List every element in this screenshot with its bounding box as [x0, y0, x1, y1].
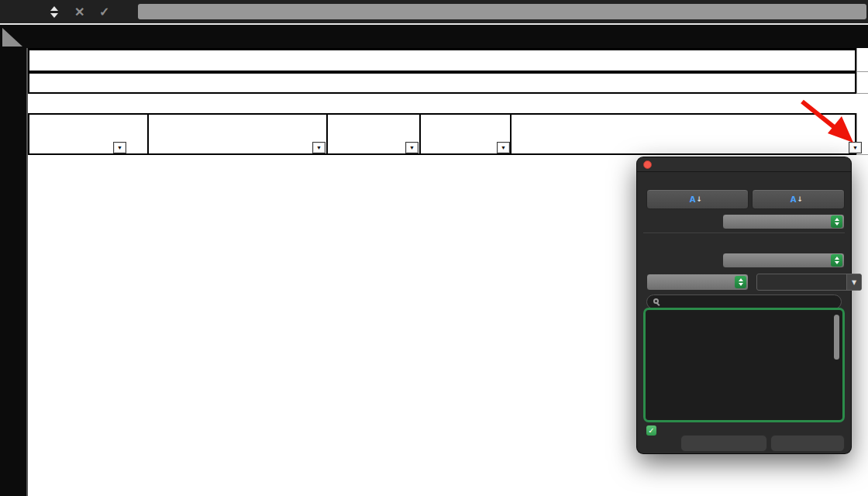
filter-button-district[interactable]: ▼: [497, 142, 510, 153]
filter-button-area[interactable]: ▼: [405, 142, 418, 153]
formula-toolbar: ✕ ✓: [0, 0, 868, 23]
confirm-entry-icon[interactable]: ✓: [99, 0, 109, 23]
select-all-corner[interactable]: [0, 26, 26, 48]
filter-value-list: [643, 308, 845, 422]
spreadsheet-app: ✕ ✓ ▼ ▼ ▼ ▼ ▼: [0, 0, 868, 496]
formula-input[interactable]: [138, 4, 866, 19]
banner-row-1[interactable]: [28, 48, 856, 72]
column-header-bar: [0, 23, 868, 48]
filter-popup: A↓ A↓ ▼: [637, 157, 851, 453]
header-cell-subcategory[interactable]: [510, 113, 856, 155]
filter-button-fio[interactable]: ▼: [113, 142, 126, 153]
filter-button-date[interactable]: ▼: [312, 142, 326, 153]
filter-button-subcategory[interactable]: ▼: [849, 142, 862, 153]
chevron-up-down-icon: [831, 215, 842, 228]
condition-select-dropdown[interactable]: [646, 274, 749, 291]
popup-title-bar[interactable]: [637, 157, 851, 172]
clear-filter-button[interactable]: [770, 435, 845, 452]
close-icon[interactable]: [643, 160, 652, 169]
row-number-column: [0, 48, 28, 496]
cell-g2[interactable]: [856, 72, 868, 94]
list-scrollbar[interactable]: [834, 315, 839, 360]
banner-row-2[interactable]: [28, 72, 856, 94]
apply-filter-button[interactable]: [680, 435, 767, 452]
popup-divider: [643, 232, 845, 233]
sort-ascending-button[interactable]: A↓: [646, 189, 749, 209]
sort-descending-button[interactable]: A↓: [752, 189, 845, 209]
cell-stepper[interactable]: [48, 3, 60, 20]
step-up-icon: [50, 6, 58, 11]
filter-by-color-dropdown[interactable]: [722, 253, 845, 268]
header-cell-date[interactable]: [147, 113, 328, 155]
step-down-icon: [50, 13, 58, 18]
sort-desc-icon: A↓: [790, 195, 803, 204]
cell-g1[interactable]: [856, 48, 868, 72]
search-icon: [653, 298, 661, 306]
sort-by-color-dropdown[interactable]: [722, 214, 845, 229]
chevron-up-down-icon: [735, 276, 746, 288]
sort-asc-icon: A↓: [690, 195, 702, 204]
chevron-down-icon[interactable]: ▼: [846, 274, 861, 290]
checked-checkbox-icon[interactable]: ✓: [646, 425, 656, 436]
header-cell-fio[interactable]: [28, 113, 149, 155]
chevron-up-down-icon: [831, 254, 842, 267]
condition-value-combobox[interactable]: ▼: [756, 274, 862, 291]
auto-apply-row: ✓: [646, 425, 661, 436]
cancel-entry-icon[interactable]: ✕: [74, 0, 84, 23]
